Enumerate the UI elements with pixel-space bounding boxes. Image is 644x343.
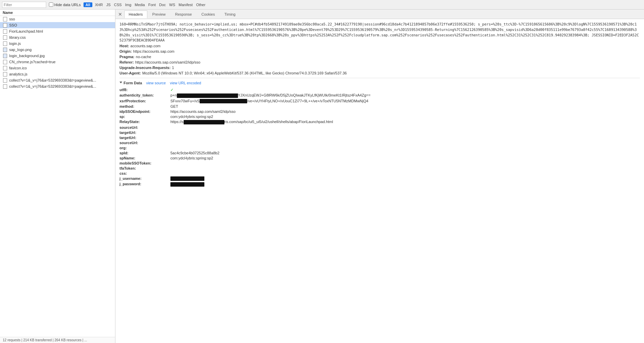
file-status-bar: 12 requests | 214 KB transferred | 264 K… <box>0 337 115 343</box>
form-field-key: idpSSOEndpoint: <box>119 109 170 114</box>
file-item[interactable]: SSO <box>0 22 115 28</box>
checkmark-icon: ✓ <box>170 88 173 92</box>
close-button[interactable]: ✕ <box>117 12 124 17</box>
referer-key: Referer: <box>119 60 134 64</box>
tab-timing[interactable]: Timing <box>220 11 240 18</box>
form-field-value: 5ac4c9cbe4b072525c88a8b2 <box>170 151 219 155</box>
form-field-value: com:ydcHybris:spring:sp2 <box>170 115 213 119</box>
main-content: Name ssoSSOFioriLaunchpad.htmllibrary.cs… <box>0 10 644 343</box>
filter-tab-xhr[interactable]: XHR <box>95 2 103 7</box>
referer-row: Referer: https://accounts.sap.com/saml2/… <box>119 60 640 64</box>
detail-panel: ✕ HeadersPreviewResponseCookiesTiming 16… <box>115 10 644 343</box>
tab-bar: ✕ HeadersPreviewResponseCookiesTiming <box>115 10 644 19</box>
image-file-icon <box>3 47 7 52</box>
origin-row: Origin: https://accounts.sap.com <box>119 49 640 53</box>
all-badge[interactable]: All <box>84 2 92 7</box>
form-field-row: j_password: <box>119 182 640 187</box>
file-name: FioriLaunchpad.html <box>9 29 112 33</box>
form-field-row: targetUrl: <box>119 136 640 140</box>
useragent-key: User-Agent: <box>119 71 141 75</box>
form-field-row: spName:com:ydcHybris:spring:sp2 <box>119 156 640 160</box>
doc-file-icon <box>3 35 7 40</box>
form-field-row: spId:5ac4c9cbe4b072525c88a8b2 <box>119 151 640 155</box>
hide-data-urls-checkbox[interactable] <box>49 2 53 7</box>
form-field-row: j_username: <box>119 176 640 181</box>
tab-preview[interactable]: Preview <box>148 11 170 18</box>
redacted-inline <box>184 120 224 124</box>
form-field-key: xsrfProtection: <box>119 99 170 103</box>
doc-file-icon <box>3 78 7 83</box>
form-field-key: RelayState: <box>119 120 170 124</box>
file-item[interactable]: favicon.ico <box>0 65 115 71</box>
file-name: sso <box>9 17 112 21</box>
filter-tab-media[interactable]: Media <box>135 2 145 7</box>
form-field-key: sourceUrl: <box>119 125 170 130</box>
form-field-row: mobileSSOToken: <box>119 161 640 165</box>
hide-data-urls-container: Hide data URLs <box>49 2 81 7</box>
filter-tabs: XHRJSCSSImgMediaFontDocWSManifestOther <box>95 2 205 7</box>
doc-file-icon <box>3 17 7 21</box>
content-area[interactable]: 160=RRMNsiTnSMaor7jtGTHO9A; notice_behav… <box>115 19 644 343</box>
doc-file-icon <box>3 84 7 89</box>
tab-cookies[interactable]: Cookies <box>197 11 219 18</box>
file-name: SSO <box>9 23 112 27</box>
file-item[interactable]: FioriLaunchpad.html <box>0 28 115 34</box>
file-item[interactable]: CN_chrome.js?cached=true <box>0 59 115 65</box>
filter-tab-js[interactable]: JS <box>106 2 111 7</box>
file-item[interactable]: login.js <box>0 40 115 47</box>
form-data-fields: utf8:✓authenticity_token:p+nYJXnUzqEWJ+G… <box>119 88 640 187</box>
filter-tab-manifest[interactable]: Manifest <box>179 2 193 7</box>
raw-header-line: 160=RRMNsiTnSMaor7jtGTHO9A; notice_behav… <box>119 22 640 43</box>
top-toolbar: Hide data URLs All XHRJSCSSImgMediaFontD… <box>0 0 644 10</box>
pragma-row: Pragma: no-cache <box>119 55 640 59</box>
filter-tab-css[interactable]: CSS <box>114 2 122 7</box>
file-item[interactable]: sso <box>0 16 115 22</box>
form-data-label: Form Data <box>124 81 142 85</box>
filter-tab-img[interactable]: Img <box>125 2 131 7</box>
view-url-encoded-link[interactable]: view URL encoded <box>170 81 201 85</box>
file-item[interactable]: sap_logo.png <box>0 47 115 53</box>
filter-tab-ws[interactable]: WS <box>169 2 175 7</box>
form-field-row: org: <box>119 146 640 150</box>
filter-input[interactable] <box>2 2 46 8</box>
host-row: Host: accounts.sap.com <box>119 44 640 48</box>
doc-file-icon <box>3 23 7 28</box>
filter-tab-doc[interactable]: Doc <box>159 2 166 7</box>
form-field-key: spName: <box>119 156 170 160</box>
file-name: collect?v=1&_v=j76&a=5329693383&t=pagevi… <box>9 78 112 82</box>
file-item[interactable]: collect?v=1&_v=j76&a=5329693383&t=pagevi… <box>0 77 115 83</box>
form-data-header: Form Data view source view URL encoded <box>119 81 640 85</box>
file-item[interactable]: library.css <box>0 34 115 40</box>
expand-triangle-icon[interactable] <box>119 82 122 85</box>
form-field-value <box>170 176 204 181</box>
filter-tab-font[interactable]: Font <box>148 2 156 7</box>
file-panel-header: Name <box>0 10 115 16</box>
form-field-key: j_password: <box>119 182 170 186</box>
file-name: analytics.js <box>9 72 112 76</box>
file-name: favicon.ico <box>9 66 112 70</box>
file-item[interactable]: analytics.js <box>0 71 115 77</box>
form-field-row: sp:com:ydcHybris:spring:sp2 <box>119 115 640 119</box>
origin-key: Origin: <box>119 49 132 53</box>
doc-file-icon <box>3 66 7 70</box>
file-item[interactable]: collect?v=1&_v=j76&a=5329693383&t=pagevi… <box>0 83 115 89</box>
view-source-link[interactable]: view source <box>146 81 166 85</box>
form-field-value: com:ydcHybris:spring:sp2 <box>170 156 213 160</box>
form-field-key: tfaToken: <box>119 166 170 170</box>
tab-headers[interactable]: Headers <box>124 11 147 18</box>
form-field-key: j_username: <box>119 176 170 181</box>
form-field-row: tfaToken: <box>119 166 640 170</box>
form-field-key: targetUrl: <box>119 136 170 140</box>
filter-tab-other[interactable]: Other <box>196 2 206 7</box>
tab-response[interactable]: Response <box>171 11 197 18</box>
doc-file-icon <box>3 29 7 34</box>
file-name: library.css <box>9 35 112 39</box>
form-field-key: spId: <box>119 151 170 155</box>
host-value: accounts.sap.com <box>130 44 640 48</box>
form-field-value: GET <box>170 104 178 108</box>
file-item[interactable]: login_background.jpg <box>0 53 115 59</box>
hide-data-urls-label: Hide data URLs <box>54 3 81 7</box>
form-field-row: sourceUrl: <box>119 125 640 130</box>
file-list[interactable]: ssoSSOFioriLaunchpad.htmllibrary.csslogi… <box>0 16 115 337</box>
form-field-row: css: <box>119 171 640 175</box>
